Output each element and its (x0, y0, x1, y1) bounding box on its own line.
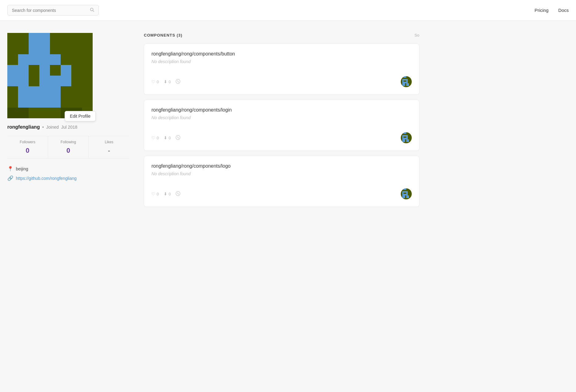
component-avatar-0 (401, 76, 412, 87)
edit-profile-button[interactable]: Edit Profile (65, 111, 96, 121)
followers-label: Followers (10, 140, 45, 144)
svg-rect-5 (18, 65, 29, 76)
svg-rect-7 (29, 65, 39, 76)
likes-count-2: 0 (157, 192, 159, 196)
download-icon-1: ⬇ (164, 135, 167, 140)
svg-rect-48 (404, 194, 406, 195)
profile-link-row: 🔗 https://github.com/rongfengliang (7, 175, 129, 181)
component-card-1[interactable]: rongfengliang/rong/components/login No d… (144, 100, 419, 151)
svg-rect-35 (402, 135, 408, 137)
svg-rect-39 (402, 139, 405, 142)
components-title: COMPONENTS (3) (144, 33, 183, 37)
svg-rect-34 (404, 132, 406, 134)
component-card-0[interactable]: rongfengliang/rong/components/button No … (144, 44, 419, 95)
downloads-stat-2: ⬇ 0 (164, 191, 171, 196)
component-desc-1: No description found (151, 115, 412, 120)
profile-location: 📍 beijing (7, 166, 129, 172)
nav-docs[interactable]: Docs (558, 8, 569, 13)
svg-rect-4 (18, 54, 61, 65)
private-stat-2 (176, 191, 180, 197)
component-name-1: rongfengliang/rong/components/login (151, 107, 412, 113)
stat-divider (7, 158, 129, 159)
downloads-count-1: 0 (169, 136, 171, 140)
header: Pricing Docs (0, 0, 576, 21)
profile-username-row: rongfengliang • Joined Jul 2018 (7, 124, 129, 130)
svg-rect-28 (404, 82, 406, 83)
stat-following[interactable]: Following 0 (48, 136, 89, 158)
svg-rect-26 (402, 80, 404, 83)
search-icon (90, 8, 94, 13)
downloads-stat-1: ⬇ 0 (164, 135, 171, 140)
likes-count-1: 0 (157, 136, 159, 140)
svg-line-22 (177, 80, 179, 82)
avatar-container: Edit Profile (7, 33, 93, 118)
nav-links: Pricing Docs (535, 8, 569, 13)
download-icon-2: ⬇ (164, 191, 167, 196)
svg-rect-17 (18, 97, 39, 108)
svg-rect-36 (402, 137, 404, 139)
svg-rect-18 (39, 97, 61, 108)
heart-icon-1: ♡ (151, 135, 155, 140)
svg-rect-15 (7, 65, 18, 86)
svg-line-42 (177, 193, 179, 194)
stats-row: Followers 0 Following 0 Likes - (7, 136, 129, 158)
content-area: COMPONENTS (3) So rongfengliang/rong/com… (144, 33, 419, 212)
svg-rect-3 (29, 44, 50, 54)
search-input[interactable] (12, 8, 88, 13)
component-avatar-2 (401, 188, 412, 199)
svg-line-32 (177, 137, 179, 138)
search-container[interactable] (7, 5, 99, 16)
svg-rect-27 (406, 80, 408, 83)
components-header: COMPONENTS (3) So (144, 33, 419, 37)
component-footer-2: ♡ 0 ⬇ 0 (151, 188, 412, 199)
profile-username: rongfengliang (7, 124, 40, 130)
component-footer-1: ♡ 0 ⬇ 0 (151, 132, 412, 143)
component-card-2[interactable]: rongfengliang/rong/components/logo No de… (144, 156, 419, 207)
downloads-count-2: 0 (169, 192, 171, 196)
profile-sidebar: Edit Profile rongfengliang • Joined Jul … (7, 33, 129, 212)
svg-rect-9 (29, 76, 39, 86)
svg-rect-19 (7, 108, 29, 118)
profile-joined-date: Jul 2018 (61, 125, 77, 130)
svg-rect-38 (404, 138, 406, 139)
location-icon: 📍 (7, 166, 13, 172)
followers-value: 0 (10, 147, 45, 158)
heart-icon-2: ♡ (151, 191, 155, 196)
svg-rect-14 (29, 33, 50, 44)
svg-line-1 (93, 11, 94, 12)
github-link[interactable]: https://github.com/rongfengliang (16, 176, 76, 181)
svg-rect-45 (402, 191, 408, 193)
component-stats-2: ♡ 0 ⬇ 0 (151, 191, 180, 197)
svg-rect-46 (402, 193, 404, 195)
svg-rect-11 (39, 86, 61, 97)
stat-followers[interactable]: Followers 0 (7, 136, 48, 158)
likes-stat-1: ♡ 0 (151, 135, 159, 140)
likes-value: - (91, 147, 127, 158)
following-value: 0 (51, 147, 86, 158)
sort-label: So (414, 33, 419, 37)
downloads-count-0: 0 (169, 80, 171, 84)
svg-rect-40 (406, 139, 409, 142)
likes-count-0: 0 (157, 80, 159, 84)
svg-rect-47 (406, 193, 408, 195)
component-desc-0: No description found (151, 59, 412, 64)
likes-stat-2: ♡ 0 (151, 191, 159, 196)
svg-rect-16 (61, 65, 71, 86)
svg-rect-50 (406, 195, 409, 198)
svg-rect-30 (406, 83, 409, 86)
svg-rect-10 (18, 86, 39, 97)
component-desc-2: No description found (151, 171, 412, 176)
svg-rect-49 (402, 195, 405, 198)
component-stats-0: ♡ 0 ⬇ 0 (151, 79, 180, 85)
nav-pricing[interactable]: Pricing (535, 8, 549, 13)
private-stat-1 (176, 135, 180, 141)
main-layout: Edit Profile rongfengliang • Joined Jul … (0, 21, 427, 224)
following-label: Following (51, 140, 86, 144)
svg-rect-29 (402, 83, 405, 86)
private-icon-0 (176, 79, 180, 85)
svg-rect-37 (406, 137, 408, 139)
profile-joined-label: Joined (46, 125, 59, 130)
stat-likes[interactable]: Likes - (89, 136, 129, 158)
likes-label: Likes (91, 140, 127, 144)
private-icon-1 (176, 135, 180, 141)
